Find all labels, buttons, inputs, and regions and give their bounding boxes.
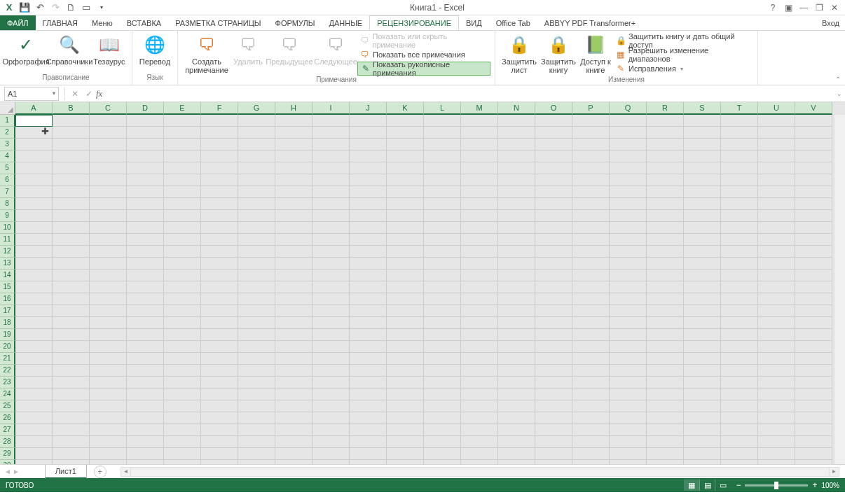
cell[interactable] [387, 258, 424, 270]
cell[interactable] [53, 150, 90, 162]
protect-workbook-button[interactable]: 🔒 Защитить книгу [539, 32, 578, 74]
cell[interactable] [350, 341, 387, 353]
cell[interactable] [647, 222, 684, 234]
row-header[interactable]: 8 [0, 198, 15, 210]
cell[interactable] [164, 460, 201, 464]
cell[interactable] [201, 115, 238, 127]
cell[interactable] [350, 353, 387, 365]
cell[interactable] [647, 448, 684, 460]
cell[interactable] [498, 115, 535, 127]
tab-view[interactable]: ВИД [459, 15, 489, 30]
cell[interactable] [238, 162, 275, 174]
cell[interactable] [424, 198, 461, 210]
cell[interactable] [721, 258, 758, 270]
cell[interactable] [127, 210, 164, 222]
cell[interactable] [721, 198, 758, 210]
cell[interactable] [238, 436, 275, 448]
cell[interactable] [684, 270, 721, 281]
cell[interactable] [164, 365, 201, 377]
cell[interactable] [387, 246, 424, 258]
cell[interactable] [758, 115, 795, 127]
cell[interactable] [201, 139, 238, 150]
cell[interactable] [312, 424, 350, 436]
cell[interactable] [350, 150, 387, 162]
cell[interactable] [498, 293, 535, 305]
cell[interactable] [164, 317, 201, 329]
cell[interactable] [53, 270, 90, 281]
cell[interactable] [684, 246, 721, 258]
cell[interactable] [684, 115, 721, 127]
cell[interactable] [312, 412, 350, 424]
cell[interactable] [424, 448, 461, 460]
cell[interactable] [647, 234, 684, 246]
cell[interactable] [610, 305, 647, 317]
cell[interactable] [201, 460, 238, 464]
cell[interactable] [721, 341, 758, 353]
cell[interactable] [312, 246, 350, 258]
cell[interactable] [53, 341, 90, 353]
row-header[interactable]: 1 [0, 115, 15, 127]
cell[interactable] [795, 365, 832, 377]
cell[interactable] [721, 186, 758, 198]
row-header[interactable]: 19 [0, 329, 15, 341]
cell[interactable] [90, 341, 127, 353]
cell[interactable] [795, 127, 832, 139]
cell[interactable] [758, 234, 795, 246]
cell[interactable] [201, 198, 238, 210]
cell[interactable] [238, 329, 275, 341]
row-header[interactable]: 11 [0, 234, 15, 246]
cell[interactable] [350, 115, 387, 127]
cell[interactable] [795, 210, 832, 222]
cell[interactable] [53, 448, 90, 460]
cell[interactable] [795, 222, 832, 234]
cell[interactable] [758, 377, 795, 388]
cell[interactable] [275, 377, 312, 388]
cell[interactable] [387, 127, 424, 139]
cell[interactable] [15, 424, 53, 436]
cell[interactable] [424, 210, 461, 222]
cell[interactable] [684, 460, 721, 464]
cell[interactable] [498, 317, 535, 329]
cell[interactable] [572, 246, 610, 258]
cell[interactable] [15, 353, 53, 365]
cell[interactable] [387, 186, 424, 198]
cell[interactable] [572, 222, 610, 234]
row-header[interactable]: 10 [0, 222, 15, 234]
cell[interactable] [238, 198, 275, 210]
cell[interactable] [610, 186, 647, 198]
hscroll-left-icon[interactable]: ◄ [121, 468, 131, 476]
cell[interactable] [350, 412, 387, 424]
cell[interactable] [721, 150, 758, 162]
maximize-icon[interactable]: ❐ [811, 1, 827, 15]
cell[interactable] [758, 198, 795, 210]
cell[interactable] [684, 353, 721, 365]
cell[interactable] [461, 186, 498, 198]
cell[interactable] [201, 305, 238, 317]
hscroll-right-icon[interactable]: ► [829, 468, 839, 476]
cell[interactable] [127, 162, 164, 174]
cell[interactable] [127, 258, 164, 270]
cell[interactable] [424, 127, 461, 139]
cell[interactable] [535, 317, 572, 329]
cell[interactable] [164, 162, 201, 174]
row-header[interactable]: 23 [0, 377, 15, 388]
cell[interactable] [53, 222, 90, 234]
cell[interactable] [424, 150, 461, 162]
cell[interactable] [758, 127, 795, 139]
zoom-out-button[interactable]: − [736, 480, 741, 490]
cell[interactable] [90, 424, 127, 436]
cell[interactable] [127, 186, 164, 198]
cell[interactable] [647, 174, 684, 186]
cell[interactable] [164, 270, 201, 281]
cell[interactable] [498, 353, 535, 365]
cell[interactable] [127, 246, 164, 258]
cell[interactable] [15, 222, 53, 234]
tab-menu[interactable]: Меню [85, 15, 120, 30]
cell[interactable] [15, 293, 53, 305]
cell[interactable] [572, 400, 610, 412]
cell[interactable] [312, 341, 350, 353]
cell[interactable] [572, 305, 610, 317]
row-header[interactable]: 17 [0, 305, 15, 317]
cell[interactable] [572, 341, 610, 353]
cell[interactable] [312, 329, 350, 341]
